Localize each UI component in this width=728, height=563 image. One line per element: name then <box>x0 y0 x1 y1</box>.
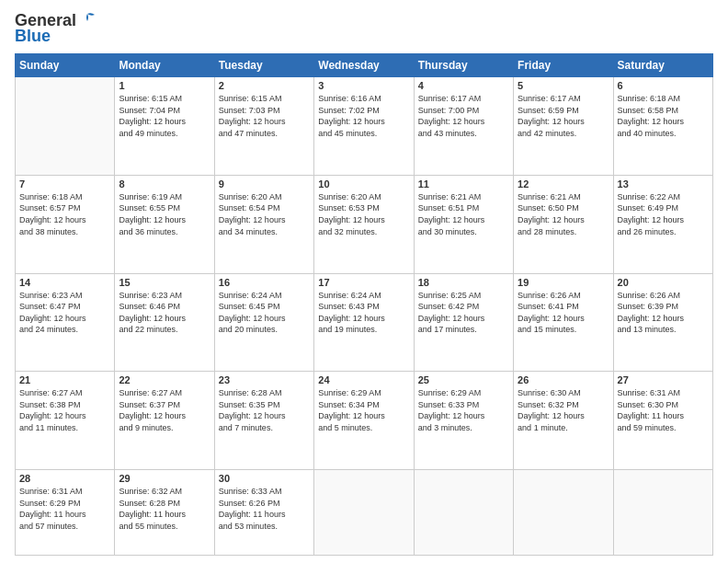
day-number: 5 <box>518 80 609 91</box>
calendar-cell: 21Sunrise: 6:27 AMSunset: 6:38 PMDayligh… <box>16 372 115 470</box>
day-info: Sunrise: 6:17 AMSunset: 6:59 PMDaylight:… <box>518 93 609 139</box>
day-number: 26 <box>518 374 609 385</box>
day-info: Sunrise: 6:15 AMSunset: 7:04 PMDaylight:… <box>119 93 210 139</box>
day-info: Sunrise: 6:32 AMSunset: 6:28 PMDaylight:… <box>119 486 210 532</box>
calendar-cell: 8Sunrise: 6:19 AMSunset: 6:55 PMDaylight… <box>115 175 214 273</box>
calendar-cell: 9Sunrise: 6:20 AMSunset: 6:54 PMDaylight… <box>214 175 313 273</box>
calendar-cell: 13Sunrise: 6:22 AMSunset: 6:49 PMDayligh… <box>613 175 712 273</box>
day-number: 23 <box>219 374 310 385</box>
calendar-cell <box>414 470 513 556</box>
calendar-cell: 10Sunrise: 6:20 AMSunset: 6:53 PMDayligh… <box>314 175 414 273</box>
day-info: Sunrise: 6:33 AMSunset: 6:26 PMDaylight:… <box>219 486 310 532</box>
day-info: Sunrise: 6:24 AMSunset: 6:43 PMDaylight:… <box>318 290 409 336</box>
calendar-cell: 7Sunrise: 6:18 AMSunset: 6:57 PMDaylight… <box>16 175 115 273</box>
calendar-cell: 24Sunrise: 6:29 AMSunset: 6:34 PMDayligh… <box>314 372 414 470</box>
calendar-week-row: 28Sunrise: 6:31 AMSunset: 6:29 PMDayligh… <box>16 470 713 556</box>
calendar-cell: 5Sunrise: 6:17 AMSunset: 6:59 PMDaylight… <box>514 77 613 176</box>
day-number: 8 <box>119 178 210 190</box>
calendar-cell: 14Sunrise: 6:23 AMSunset: 6:47 PMDayligh… <box>16 273 115 372</box>
calendar-cell: 26Sunrise: 6:30 AMSunset: 6:32 PMDayligh… <box>514 372 613 470</box>
day-number: 28 <box>19 473 110 484</box>
calendar-week-row: 1Sunrise: 6:15 AMSunset: 7:04 PMDaylight… <box>16 77 713 176</box>
day-info: Sunrise: 6:27 AMSunset: 6:38 PMDaylight:… <box>19 387 110 433</box>
day-number: 2 <box>219 80 310 91</box>
day-number: 11 <box>418 178 509 190</box>
day-info: Sunrise: 6:21 AMSunset: 6:50 PMDaylight:… <box>518 191 609 237</box>
day-info: Sunrise: 6:26 AMSunset: 6:41 PMDaylight:… <box>518 290 609 336</box>
calendar-header-saturday: Saturday <box>613 54 712 77</box>
calendar-cell: 3Sunrise: 6:16 AMSunset: 7:02 PMDaylight… <box>314 77 414 176</box>
logo: General Blue <box>15 11 98 46</box>
calendar-cell: 1Sunrise: 6:15 AMSunset: 7:04 PMDaylight… <box>115 77 214 176</box>
day-info: Sunrise: 6:28 AMSunset: 6:35 PMDaylight:… <box>219 387 310 433</box>
day-number: 12 <box>518 178 609 190</box>
calendar-cell: 4Sunrise: 6:17 AMSunset: 7:00 PMDaylight… <box>414 77 513 176</box>
calendar-cell <box>16 77 115 176</box>
calendar-header-row: SundayMondayTuesdayWednesdayThursdayFrid… <box>16 54 713 77</box>
day-number: 18 <box>418 277 509 288</box>
day-info: Sunrise: 6:31 AMSunset: 6:29 PMDaylight:… <box>19 486 110 532</box>
calendar-cell: 15Sunrise: 6:23 AMSunset: 6:46 PMDayligh… <box>115 273 214 372</box>
day-number: 14 <box>19 277 110 288</box>
day-info: Sunrise: 6:17 AMSunset: 7:00 PMDaylight:… <box>418 93 509 139</box>
day-info: Sunrise: 6:18 AMSunset: 6:58 PMDaylight:… <box>618 93 709 139</box>
day-info: Sunrise: 6:18 AMSunset: 6:57 PMDaylight:… <box>19 191 110 237</box>
day-number: 25 <box>418 374 509 385</box>
calendar-cell: 23Sunrise: 6:28 AMSunset: 6:35 PMDayligh… <box>214 372 313 470</box>
day-info: Sunrise: 6:15 AMSunset: 7:03 PMDaylight:… <box>219 93 310 139</box>
day-number: 30 <box>219 473 310 484</box>
day-number: 10 <box>318 178 409 190</box>
calendar-header-wednesday: Wednesday <box>314 54 414 77</box>
calendar-week-row: 7Sunrise: 6:18 AMSunset: 6:57 PMDaylight… <box>16 175 713 273</box>
day-number: 21 <box>19 374 110 385</box>
calendar-cell <box>613 470 712 556</box>
day-number: 20 <box>618 277 709 288</box>
day-info: Sunrise: 6:31 AMSunset: 6:30 PMDaylight:… <box>618 387 709 433</box>
day-number: 29 <box>119 473 210 484</box>
day-number: 22 <box>119 374 210 385</box>
calendar-week-row: 14Sunrise: 6:23 AMSunset: 6:47 PMDayligh… <box>16 273 713 372</box>
calendar-cell: 29Sunrise: 6:32 AMSunset: 6:28 PMDayligh… <box>115 470 214 556</box>
day-info: Sunrise: 6:29 AMSunset: 6:33 PMDaylight:… <box>418 387 509 433</box>
logo-blue-text: Blue <box>15 27 51 46</box>
calendar-cell: 28Sunrise: 6:31 AMSunset: 6:29 PMDayligh… <box>16 470 115 556</box>
day-number: 15 <box>119 277 210 288</box>
day-number: 16 <box>219 277 310 288</box>
day-info: Sunrise: 6:20 AMSunset: 6:53 PMDaylight:… <box>318 191 409 237</box>
calendar-header-sunday: Sunday <box>16 54 115 77</box>
calendar-cell: 19Sunrise: 6:26 AMSunset: 6:41 PMDayligh… <box>514 273 613 372</box>
day-info: Sunrise: 6:16 AMSunset: 7:02 PMDaylight:… <box>318 93 409 139</box>
day-info: Sunrise: 6:27 AMSunset: 6:37 PMDaylight:… <box>119 387 210 433</box>
day-number: 7 <box>19 178 110 190</box>
calendar-cell <box>514 470 613 556</box>
calendar-cell: 11Sunrise: 6:21 AMSunset: 6:51 PMDayligh… <box>414 175 513 273</box>
day-number: 3 <box>318 80 409 91</box>
logo-bird-icon <box>78 12 98 27</box>
calendar-cell: 2Sunrise: 6:15 AMSunset: 7:03 PMDaylight… <box>214 77 313 176</box>
day-info: Sunrise: 6:29 AMSunset: 6:34 PMDaylight:… <box>318 387 409 433</box>
day-info: Sunrise: 6:24 AMSunset: 6:45 PMDaylight:… <box>219 290 310 336</box>
calendar-table: SundayMondayTuesdayWednesdayThursdayFrid… <box>15 53 713 556</box>
calendar-header-tuesday: Tuesday <box>214 54 313 77</box>
day-number: 1 <box>119 80 210 91</box>
calendar-cell: 20Sunrise: 6:26 AMSunset: 6:39 PMDayligh… <box>613 273 712 372</box>
calendar-cell: 6Sunrise: 6:18 AMSunset: 6:58 PMDaylight… <box>613 77 712 176</box>
day-info: Sunrise: 6:25 AMSunset: 6:42 PMDaylight:… <box>418 290 509 336</box>
day-info: Sunrise: 6:23 AMSunset: 6:46 PMDaylight:… <box>119 290 210 336</box>
calendar-header-monday: Monday <box>115 54 214 77</box>
calendar-cell: 27Sunrise: 6:31 AMSunset: 6:30 PMDayligh… <box>613 372 712 470</box>
calendar-cell: 17Sunrise: 6:24 AMSunset: 6:43 PMDayligh… <box>314 273 414 372</box>
day-number: 13 <box>618 178 709 190</box>
day-info: Sunrise: 6:19 AMSunset: 6:55 PMDaylight:… <box>119 191 210 237</box>
day-info: Sunrise: 6:22 AMSunset: 6:49 PMDaylight:… <box>618 191 709 237</box>
calendar-header-friday: Friday <box>514 54 613 77</box>
calendar-cell: 12Sunrise: 6:21 AMSunset: 6:50 PMDayligh… <box>514 175 613 273</box>
day-number: 17 <box>318 277 409 288</box>
day-number: 27 <box>618 374 709 385</box>
calendar-cell: 18Sunrise: 6:25 AMSunset: 6:42 PMDayligh… <box>414 273 513 372</box>
day-info: Sunrise: 6:21 AMSunset: 6:51 PMDaylight:… <box>418 191 509 237</box>
calendar-cell: 30Sunrise: 6:33 AMSunset: 6:26 PMDayligh… <box>214 470 313 556</box>
day-info: Sunrise: 6:26 AMSunset: 6:39 PMDaylight:… <box>618 290 709 336</box>
calendar-cell <box>314 470 414 556</box>
day-number: 6 <box>618 80 709 91</box>
